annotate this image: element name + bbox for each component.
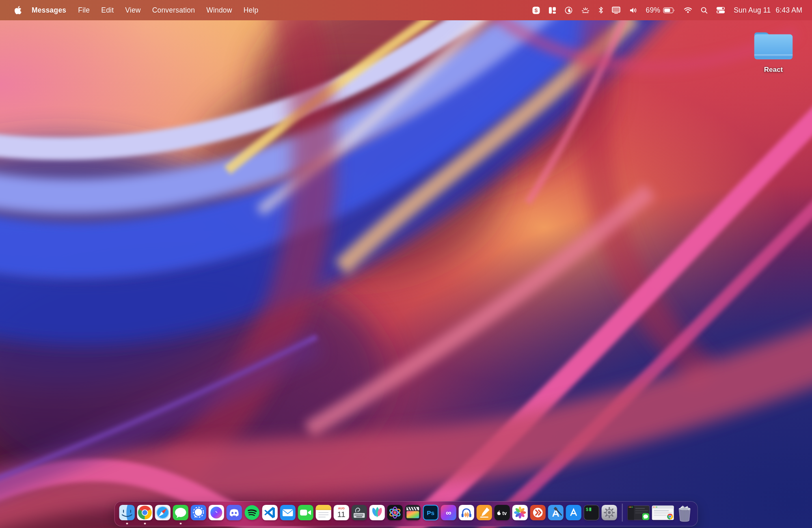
menu-app-name[interactable]: Messages <box>26 6 72 15</box>
photoshop-icon: Ps <box>423 504 439 521</box>
dock-item-notes[interactable] <box>315 504 332 521</box>
dock-item-finder[interactable] <box>119 504 135 521</box>
audacity-icon <box>458 504 475 521</box>
dock-minimized-messages-window[interactable] <box>627 505 650 521</box>
battery-percent-label: 69% <box>646 6 661 15</box>
dock-item-appletv[interactable]: tv <box>494 504 510 521</box>
menu-view[interactable]: View <box>119 6 146 15</box>
desktop-wallpaper <box>0 0 812 528</box>
stats-app-icon[interactable]: S <box>532 6 540 14</box>
menu-help[interactable]: Help <box>238 6 264 15</box>
running-indicator <box>144 523 146 525</box>
dock-item-ms-remote-desktop[interactable] <box>530 504 546 521</box>
notes-icon <box>315 504 332 521</box>
svg-text:Ps: Ps <box>427 509 434 516</box>
battery-indicator[interactable]: 69% <box>646 6 676 15</box>
dock-item-signal[interactable] <box>190 504 207 521</box>
dock-item-discord[interactable] <box>226 504 242 521</box>
menu-conversation[interactable]: Conversation <box>147 6 201 15</box>
dock-item-vscode[interactable] <box>262 504 278 521</box>
window-tiles-icon[interactable] <box>549 6 556 14</box>
pages-icon <box>476 504 492 521</box>
dock-item-motion[interactable] <box>387 504 403 521</box>
settings-icon <box>601 504 618 521</box>
apple-logo-icon <box>15 6 22 14</box>
clock-date: Sun Aug 11 <box>734 6 771 15</box>
chrome-window-thumbnail <box>651 505 674 521</box>
battery-icon <box>663 7 675 13</box>
dock-item-trash[interactable] <box>676 504 693 522</box>
signal-icon <box>190 504 207 521</box>
vscode-icon <box>262 504 278 521</box>
folder-label: React <box>764 66 783 74</box>
facetime-icon <box>298 504 314 521</box>
dock-item-audacity[interactable] <box>458 504 475 521</box>
keyboard-maestro-icon <box>351 504 367 521</box>
safari-icon <box>155 504 171 521</box>
dock-item-facetime[interactable] <box>298 504 314 521</box>
dock-item-safari[interactable] <box>155 504 171 521</box>
clock-time: 6:43 AM <box>775 6 802 15</box>
menu-file[interactable]: File <box>72 6 95 15</box>
dock-item-mindnode[interactable] <box>369 504 385 521</box>
dock-item-calendar[interactable]: AUG11 <box>333 504 350 521</box>
dock-item-photoshop[interactable]: Ps <box>423 504 439 521</box>
svg-text:S: S <box>534 7 538 13</box>
dock-item-appstore[interactable] <box>566 504 582 521</box>
appstore-icon <box>566 504 582 521</box>
spotify-icon <box>244 504 260 521</box>
chrome-icon <box>137 504 153 521</box>
desktop: Messages File Edit View Conversation Win… <box>0 0 812 528</box>
dock-item-pages[interactable] <box>476 504 492 521</box>
apple-menu[interactable] <box>15 6 22 14</box>
dock-item-photos[interactable] <box>512 504 528 521</box>
menu-bar-clock[interactable]: Sun Aug 11 6:43 AM <box>734 6 802 15</box>
messenger-icon <box>208 504 225 521</box>
dock-item-spotify[interactable] <box>244 504 260 521</box>
motion-icon <box>387 504 403 521</box>
circle-drop-icon[interactable] <box>565 6 572 14</box>
control-center-icon[interactable] <box>716 6 725 14</box>
desktop-folder-react[interactable]: React <box>749 29 797 74</box>
dock-item-creative-cloud[interactable]: ∞ <box>441 504 457 521</box>
svg-text:∞: ∞ <box>446 509 451 517</box>
finder-icon <box>119 504 135 521</box>
volume-icon[interactable] <box>629 7 637 14</box>
dock-item-messages[interactable] <box>173 504 189 521</box>
menu-edit[interactable]: Edit <box>95 6 119 15</box>
running-indicator <box>180 523 182 525</box>
calendar-icon: AUG11 <box>333 504 350 521</box>
dock-item-chrome[interactable] <box>137 504 153 521</box>
keyboard-rays-icon[interactable] <box>581 6 590 14</box>
menu-bar-left: Messages File Edit View Conversation Win… <box>15 6 264 15</box>
svg-text:11: 11 <box>337 510 346 519</box>
dock-divider <box>622 504 623 522</box>
menu-window[interactable]: Window <box>201 6 238 15</box>
folder-icon <box>752 29 795 64</box>
messages-icon <box>173 504 189 521</box>
discord-icon <box>226 504 242 521</box>
creative-cloud-icon: ∞ <box>441 504 457 521</box>
dock-minimized-chrome-window[interactable] <box>651 505 674 521</box>
mail-icon <box>280 504 296 521</box>
running-indicator <box>126 523 128 525</box>
dock: AUG11Ps∞tv$ <box>114 501 698 526</box>
ms-remote-desktop-icon <box>530 504 546 521</box>
dock-item-keyboard-maestro[interactable] <box>351 504 367 521</box>
dock-item-mail[interactable] <box>280 504 296 521</box>
dock-item-terminal[interactable]: $ <box>583 504 600 521</box>
dock-item-messenger[interactable] <box>208 504 225 521</box>
wifi-icon[interactable] <box>684 7 692 13</box>
terminal-icon: $ <box>583 504 600 521</box>
menu-bar: Messages File Edit View Conversation Win… <box>0 0 812 20</box>
menu-bar-status-area: S 69% <box>532 6 802 15</box>
dock-item-settings[interactable] <box>601 504 618 521</box>
display-mirroring-icon[interactable] <box>612 6 620 14</box>
messages-window-thumbnail <box>627 505 650 521</box>
dock-item-finalcut[interactable] <box>405 504 421 521</box>
dock-item-xcode[interactable] <box>548 504 564 521</box>
spotlight-search-icon[interactable] <box>701 7 708 14</box>
svg-text:tv: tv <box>502 511 507 516</box>
trash-icon <box>676 504 693 522</box>
bluetooth-icon[interactable] <box>598 6 603 14</box>
